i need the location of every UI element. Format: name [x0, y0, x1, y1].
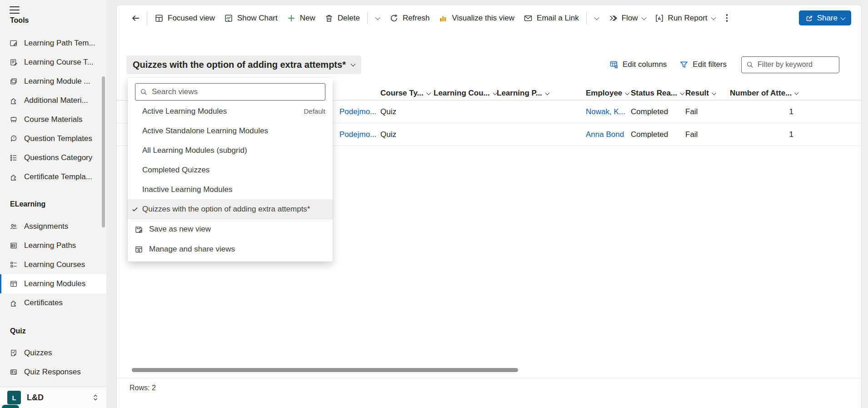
view-search-box[interactable]: [135, 83, 325, 101]
sidebar-item-certificates[interactable]: Certificates: [0, 293, 106, 312]
block-list-icon: [10, 261, 18, 269]
divider: [117, 378, 861, 378]
filter-keyword-box[interactable]: [741, 56, 839, 73]
sidebar-scrollbar-thumb[interactable]: [102, 76, 105, 227]
sidebar-item-label: Quizzes: [24, 348, 52, 358]
column-header-number-of-attempts[interactable]: Number of Atte...: [730, 89, 798, 98]
share-icon: [805, 14, 813, 22]
column-header-learning-course[interactable]: Learning Cou...: [434, 89, 497, 98]
cell-employee-link[interactable]: Nowak, K...: [586, 107, 631, 116]
menu-hamburger-icon[interactable]: [10, 6, 20, 14]
sidebar-item-learning-path-templates[interactable]: Learning Path Tem...: [0, 34, 106, 53]
share-button[interactable]: Share: [799, 10, 851, 25]
sidebar-item-learning-module-templates[interactable]: Learning Module ...: [0, 72, 106, 91]
svg-text:?: ?: [13, 136, 15, 140]
horizontal-scrollbar-thumb[interactable]: [132, 368, 518, 372]
show-chart-button[interactable]: Show Chart: [219, 10, 282, 27]
overflow-chevron-button[interactable]: [370, 10, 385, 27]
column-header-result[interactable]: Result: [685, 89, 730, 98]
chevron-down-icon: [641, 15, 646, 20]
chevron-down-icon: [840, 15, 845, 20]
overflow-chevron-button[interactable]: [589, 10, 604, 27]
refresh-label: Refresh: [403, 14, 430, 23]
view-option-label: Active Learning Modules: [142, 107, 227, 116]
sidebar-group-quiz: Quiz: [0, 327, 106, 335]
sidebar-item-quiz-responses[interactable]: Quiz Responses: [0, 363, 106, 382]
chevron-down-icon: [594, 15, 599, 20]
view-selector[interactable]: Quizzes with the option of adding extra …: [126, 55, 361, 74]
manage-and-share-views-button[interactable]: Manage and share views: [128, 239, 333, 259]
horizontal-scrollbar[interactable]: [128, 368, 850, 373]
card-list-icon: [10, 242, 18, 250]
sidebar-item-certificate-templates[interactable]: Certificate Templa...: [0, 167, 106, 186]
sidebar-item-additional-materials[interactable]: Additional Materi...: [0, 91, 106, 110]
page-right-gutter: [862, 0, 868, 408]
puzzle-icon: [10, 173, 18, 181]
view-option-active-learning-modules[interactable]: Active Learning Modules Default: [128, 101, 333, 121]
email-link-button[interactable]: Email a Link: [519, 10, 584, 27]
column-header-status-reason[interactable]: Status Rea...: [631, 89, 685, 98]
view-option-inactive-learning-modules[interactable]: Inactive Learning Modules: [128, 180, 333, 199]
cell-status-reason: Completed: [631, 130, 685, 139]
sidebar-item-question-templates[interactable]: ? Question Templates: [0, 129, 106, 148]
cell-name-link[interactable]: Podejmo...: [339, 107, 380, 116]
category-list-icon: [10, 154, 18, 162]
sidebar-item-label: Learning Paths: [24, 241, 76, 250]
delete-button[interactable]: Delete: [320, 10, 364, 27]
new-label: New: [300, 14, 315, 23]
environment-switch-icon[interactable]: [92, 393, 99, 402]
view-option-completed-quizzes[interactable]: Completed Quizzes: [128, 160, 333, 180]
run-report-button[interactable]: Run Report: [650, 10, 720, 27]
refresh-button[interactable]: Refresh: [385, 10, 434, 27]
flow-button[interactable]: Flow: [604, 10, 650, 27]
visualize-view-label: Visualize this view: [452, 14, 514, 23]
sidebar-item-learning-paths[interactable]: Learning Paths: [0, 236, 106, 255]
sidebar-item-label: Question Templates: [24, 134, 92, 143]
save-as-new-view-button[interactable]: Save as new view: [128, 219, 333, 239]
edit-columns-button[interactable]: Edit columns: [605, 57, 671, 72]
column-header-label: Learning Cou...: [434, 89, 490, 98]
divider: [586, 12, 587, 24]
focused-view-button[interactable]: Focused view: [150, 10, 219, 27]
column-header-label: Result: [685, 89, 709, 98]
back-arrow-icon: [131, 14, 140, 23]
sidebar-item-learning-modules[interactable]: Learning Modules: [0, 274, 106, 293]
new-button[interactable]: New: [282, 10, 320, 27]
edit-filters-button[interactable]: Edit filters: [675, 57, 731, 72]
edit-columns-label: Edit columns: [623, 60, 667, 69]
cell-result: Fail: [685, 107, 730, 116]
document-edit-icon: [10, 58, 18, 66]
envelope-icon: [524, 14, 533, 23]
column-header-course-type[interactable]: Course Ty...: [380, 89, 434, 98]
sidebar-item-learning-course-templates[interactable]: Learning Course T...: [0, 53, 106, 72]
sidebar-item-questions-category[interactable]: Questions Category: [0, 148, 106, 167]
view-search-input[interactable]: [152, 87, 320, 96]
column-header-label: Learning P...: [497, 89, 542, 98]
sidebar-item-course-materials[interactable]: Course Materials: [0, 110, 106, 129]
view-option-quizzes-extra-attempts[interactable]: Quizzes with the option of adding extra …: [128, 199, 333, 219]
column-header-employee[interactable]: Employee: [586, 89, 631, 98]
filter-keyword-input[interactable]: [758, 60, 852, 69]
cell-number-of-attempts: 1: [730, 107, 798, 116]
view-option-label: Inactive Learning Modules: [142, 185, 232, 194]
visualize-view-button[interactable]: Visualize this view: [434, 10, 519, 27]
cell-name-link[interactable]: Podejmo...: [339, 130, 380, 139]
more-commands-button[interactable]: [720, 10, 734, 27]
cell-employee-link[interactable]: Anna Bond: [586, 130, 631, 139]
edit-columns-icon: [609, 60, 619, 69]
manage-and-share-views-label: Manage and share views: [149, 245, 235, 254]
view-option-all-learning-modules-subgrid[interactable]: All Learning Modules (subgrid): [128, 141, 333, 160]
sidebar-item-quizzes[interactable]: Quizzes: [0, 343, 106, 363]
view-option-active-standalone-learning-modules[interactable]: Active Standalone Learning Modules: [128, 121, 333, 141]
plus-icon: [287, 14, 296, 23]
sidebar-item-learning-courses[interactable]: Learning Courses: [0, 255, 106, 274]
column-header-learning-path[interactable]: Learning P...: [497, 89, 586, 98]
back-button[interactable]: [128, 10, 144, 27]
column-header-label: Employee: [586, 89, 622, 98]
chevron-down-icon: [711, 15, 716, 20]
focused-view-icon: [155, 14, 164, 23]
sidebar-item-assignments[interactable]: Assignments: [0, 217, 106, 236]
show-chart-icon: [224, 14, 233, 23]
person-card-icon: [10, 368, 18, 376]
puzzle-icon: [10, 96, 18, 105]
